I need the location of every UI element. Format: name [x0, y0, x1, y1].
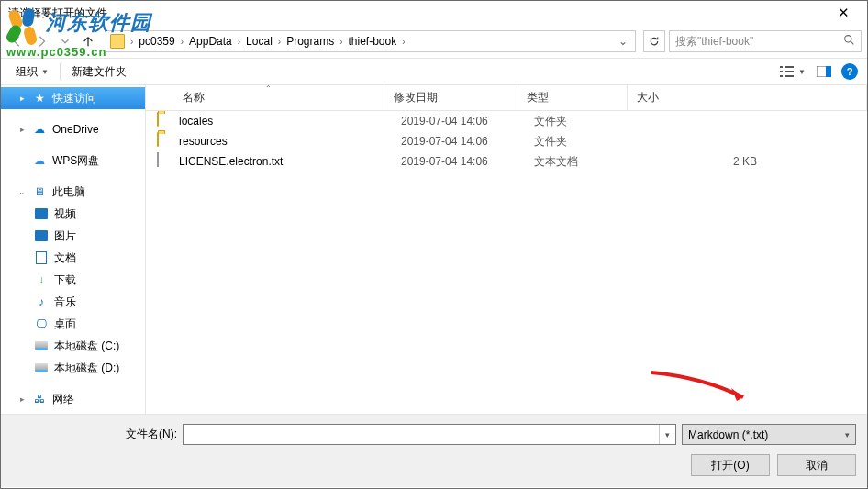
column-type[interactable]: 类型	[517, 85, 628, 110]
file-type: 文件夹	[525, 134, 635, 150]
folder-icon	[157, 113, 173, 129]
search-placeholder: 搜索"thief-book"	[675, 34, 843, 50]
sort-indicator-icon: ⌃	[265, 84, 272, 93]
file-type: 文件夹	[525, 114, 635, 129]
svg-rect-8	[826, 66, 831, 77]
refresh-button[interactable]	[643, 30, 665, 52]
breadcrumb-item[interactable]: thief-book	[345, 33, 401, 50]
svg-rect-4	[785, 71, 794, 72]
window-title: 请选择要打开的文件	[6, 6, 825, 21]
preview-pane-button[interactable]	[810, 61, 838, 82]
folder-icon	[110, 34, 125, 49]
filename-label: 文件名(N):	[12, 427, 177, 442]
search-icon	[843, 34, 855, 49]
open-button[interactable]: 打开(O)	[691, 454, 770, 476]
nav-forward-button[interactable]	[30, 30, 52, 52]
new-folder-button[interactable]: 新建文件夹	[66, 62, 132, 82]
chevron-down-icon: ▾	[659, 425, 675, 444]
help-button[interactable]: ?	[841, 63, 858, 80]
breadcrumb-item[interactable]: Local	[242, 33, 276, 50]
file-type: 文本文档	[525, 154, 635, 170]
toolbar: 组织 ▼ 新建文件夹 ▼ ?	[1, 58, 867, 85]
sidebar-item-pictures[interactable]: 图片	[1, 225, 145, 247]
breadcrumb-item[interactable]: AppData	[185, 33, 236, 50]
sidebar-item-documents[interactable]: 文档	[1, 247, 145, 269]
chevron-right-icon: ›	[238, 37, 240, 47]
svg-rect-2	[785, 66, 794, 68]
file-date: 2019-07-04 14:06	[392, 155, 525, 168]
chevron-right-icon: ›	[402, 37, 405, 47]
sidebar-item-videos[interactable]: 视频	[1, 203, 145, 225]
sidebar-item-music[interactable]: ♪音乐	[1, 291, 145, 313]
nav-up-button[interactable]	[78, 31, 98, 51]
chevron-right-icon: ›	[339, 37, 342, 47]
content-area: ⌃名称 修改日期 类型 大小 locales 2019-07-04 14:06 …	[146, 85, 867, 414]
sidebar-item-onedrive[interactable]: ▸☁OneDrive	[1, 118, 145, 140]
sidebar-item-this-pc[interactable]: ⌄🖥此电脑	[1, 181, 145, 203]
chevron-down-icon: ▾	[845, 430, 850, 439]
folder-icon	[157, 133, 173, 150]
column-size[interactable]: 大小	[628, 85, 867, 110]
file-list: locales 2019-07-04 14:06 文件夹 resources 2…	[146, 111, 867, 414]
file-row[interactable]: locales 2019-07-04 14:06 文件夹	[146, 111, 867, 131]
file-type-filter[interactable]: Markdown (*.txt) ▾	[682, 424, 856, 445]
file-size: 2 KB	[635, 155, 867, 168]
column-date[interactable]: 修改日期	[384, 85, 517, 110]
cancel-button[interactable]: 取消	[777, 454, 856, 476]
breadcrumb-dropdown[interactable]: ⌄	[615, 35, 631, 48]
sidebar-item-quick-access[interactable]: ▸★快速访问	[1, 87, 145, 109]
nav-back-button[interactable]	[6, 30, 28, 52]
svg-rect-6	[785, 75, 794, 77]
sidebar: ▸★快速访问 ▸☁OneDrive ☁WPS网盘 ⌄🖥此电脑 视频 图片 文档 …	[1, 85, 146, 414]
file-date: 2019-07-04 14:06	[392, 135, 525, 148]
sidebar-item-downloads[interactable]: ↓下载	[1, 269, 145, 291]
sidebar-item-disk-d[interactable]: 本地磁盘 (D:)	[1, 357, 145, 379]
svg-point-0	[845, 36, 851, 42]
file-row[interactable]: LICENSE.electron.txt 2019-07-04 14:06 文本…	[146, 151, 867, 172]
view-mode-button[interactable]: ▼	[779, 61, 807, 82]
svg-rect-1	[780, 66, 783, 68]
filter-label: Markdown (*.txt)	[688, 428, 768, 441]
file-name: locales	[179, 115, 392, 128]
titlebar: 请选择要打开的文件 ✕	[1, 1, 867, 25]
organize-button[interactable]: 组织 ▼	[10, 62, 54, 82]
chevron-right-icon: ›	[130, 37, 133, 47]
chevron-right-icon: ›	[278, 37, 281, 47]
navbar: › pc0359 › AppData › Local › Programs › …	[1, 25, 867, 58]
sidebar-item-wps[interactable]: ☁WPS网盘	[1, 150, 145, 172]
sidebar-item-disk-c[interactable]: 本地磁盘 (C:)	[1, 335, 145, 357]
file-date: 2019-07-04 14:06	[392, 115, 525, 128]
column-name[interactable]: ⌃名称	[146, 85, 384, 110]
chevron-right-icon: ›	[181, 37, 184, 47]
file-row[interactable]: resources 2019-07-04 14:06 文件夹	[146, 131, 867, 151]
nav-recent-button[interactable]	[54, 30, 76, 52]
sidebar-item-network[interactable]: ▸🖧网络	[1, 388, 145, 410]
file-name: resources	[179, 135, 392, 148]
close-button[interactable]: ✕	[825, 5, 862, 21]
dialog-footer: 文件名(N): ▾ Markdown (*.txt) ▾ 打开(O) 取消	[1, 414, 867, 487]
main-area: ▸★快速访问 ▸☁OneDrive ☁WPS网盘 ⌄🖥此电脑 视频 图片 文档 …	[1, 85, 867, 414]
svg-rect-5	[780, 75, 783, 77]
breadcrumb-item[interactable]: pc0359	[135, 33, 178, 50]
filename-input[interactable]: ▾	[183, 424, 676, 445]
column-headers: ⌃名称 修改日期 类型 大小	[146, 85, 867, 111]
text-file-icon	[157, 153, 173, 170]
sidebar-item-desktop[interactable]: 🖵桌面	[1, 313, 145, 335]
search-input[interactable]: 搜索"thief-book"	[669, 30, 862, 52]
file-name: LICENSE.electron.txt	[179, 155, 392, 168]
breadcrumb-item[interactable]: Programs	[283, 33, 338, 50]
svg-rect-3	[780, 71, 783, 72]
separator	[60, 63, 61, 80]
breadcrumb[interactable]: › pc0359 › AppData › Local › Programs › …	[106, 30, 636, 52]
